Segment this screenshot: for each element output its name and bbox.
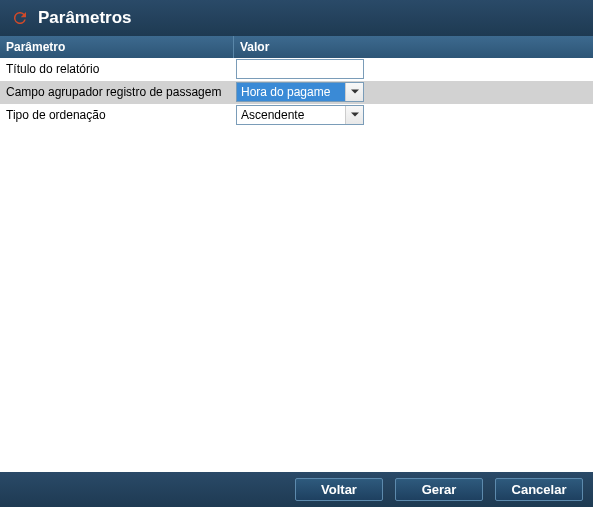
back-button[interactable]: Voltar [295,478,383,501]
group-field-select[interactable]: Hora do pagame [236,82,364,102]
param-label: Título do relatório [0,60,234,78]
footer: Voltar Gerar Cancelar [0,472,593,507]
param-label: Campo agrupador registro de passagem [0,83,234,101]
select-value: Hora do pagame [241,85,330,99]
param-label: Tipo de ordenação [0,106,234,124]
table-header: Parâmetro Valor [0,36,593,58]
header: Parâmetros [0,0,593,36]
report-title-input[interactable] [236,59,364,79]
app-icon [10,8,30,28]
param-row: Título do relatório [0,58,593,81]
select-value: Ascendente [241,108,304,122]
chevron-down-icon [345,83,363,101]
param-row: Campo agrupador registro de passagem Hor… [0,81,593,104]
sort-type-select[interactable]: Ascendente [236,105,364,125]
chevron-down-icon [345,106,363,124]
column-header-value: Valor [234,36,593,58]
param-row: Tipo de ordenação Ascendente [0,104,593,127]
content-area: Título do relatório Campo agrupador regi… [0,58,593,443]
cancel-button[interactable]: Cancelar [495,478,583,501]
generate-button[interactable]: Gerar [395,478,483,501]
column-header-param: Parâmetro [0,36,234,58]
page-title: Parâmetros [38,8,132,28]
